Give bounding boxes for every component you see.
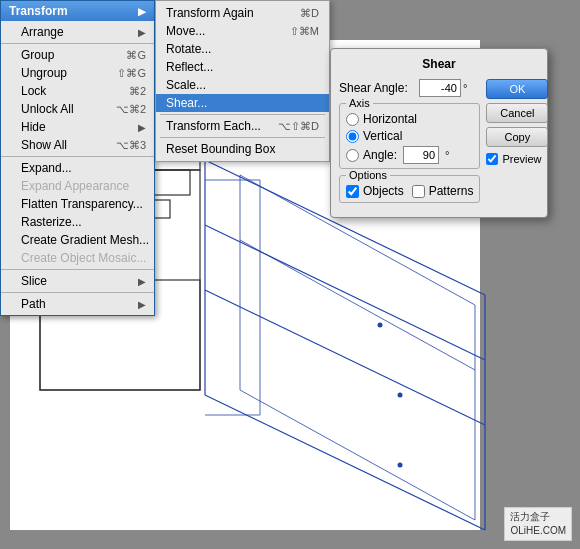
dialog-buttons: OK Cancel Copy Preview [486,79,548,209]
patterns-row: Patterns [412,184,474,198]
transform-menu-title: Transform [9,4,68,18]
slice-submenu-arrow: ▶ [138,276,146,287]
menu-item-arrange[interactable]: Arrange ▶ [1,23,154,41]
objects-checkbox[interactable] [346,185,359,198]
submenu-divider-1 [160,114,325,115]
transform-menu[interactable]: Transform ▶ Arrange ▶ Group ⌘G Ungroup ⇧… [0,0,155,316]
submenu-item-shear[interactable]: Shear... [156,94,329,112]
submenu-transform-again-label: Transform Again [166,6,254,20]
axis-horizontal-label: Horizontal [363,112,417,126]
axis-vertical-radio[interactable] [346,130,359,143]
menu-item-slice-label: Slice [21,274,47,288]
menu-item-flatten[interactable]: Flatten Transparency... [1,195,154,213]
menu-item-ungroup-label: Ungroup [21,66,67,80]
menu-item-unlock-all[interactable]: Unlock All ⌥⌘2 [1,100,154,118]
submenu-divider-2 [160,137,325,138]
menu-item-expand-appearance-label: Expand Appearance [21,179,129,193]
svg-line-7 [205,225,485,360]
submenu-reset-bounding-label: Reset Bounding Box [166,142,275,156]
menu-item-show-all[interactable]: Show All ⌥⌘3 [1,136,154,154]
preview-row: Preview [486,153,548,165]
menu-item-expand-label: Expand... [21,161,72,175]
patterns-checkbox[interactable] [412,185,425,198]
menu-item-flatten-label: Flatten Transparency... [21,197,143,211]
submenu-transform-each-shortcut: ⌥⇧⌘D [278,120,319,133]
axis-legend: Axis [346,97,373,109]
submenu-reflect-label: Reflect... [166,60,213,74]
svg-point-15 [378,323,383,328]
patterns-label: Patterns [429,184,474,198]
menu-item-expand[interactable]: Expand... [1,159,154,177]
shear-angle-label: Shear Angle: [339,81,419,95]
submenu-item-transform-again[interactable]: Transform Again ⌘D [156,4,329,22]
menu-divider-2 [1,156,154,157]
axis-angle-row: Angle: ° [346,146,473,164]
submenu-item-reflect[interactable]: Reflect... [156,58,329,76]
ok-button[interactable]: OK [486,79,548,99]
submenu-move-label: Move... [166,24,205,38]
preview-checkbox[interactable] [486,153,498,165]
menu-item-arrange-label: Arrange [21,25,64,39]
menu-item-lock-label: Lock [21,84,46,98]
svg-point-17 [398,463,403,468]
submenu-item-scale[interactable]: Scale... [156,76,329,94]
submenu-rotate-label: Rotate... [166,42,211,56]
axis-horizontal-radio[interactable] [346,113,359,126]
axis-section: Axis Horizontal Vertical Angle: [339,103,480,169]
menu-divider-1 [1,43,154,44]
axis-angle-radio[interactable] [346,149,359,162]
menu-item-gradient-mesh[interactable]: Create Gradient Mesh... [1,231,154,249]
menu-item-path-label: Path [21,297,46,311]
watermark-line1: 活力盒子 [510,510,566,524]
transform-submenu: Transform Again ⌘D Move... ⇧⌘M Rotate...… [155,0,330,162]
watermark: 活力盒子 OLiHE.COM [504,507,572,541]
submenu-item-move[interactable]: Move... ⇧⌘M [156,22,329,40]
menu-item-ungroup-shortcut: ⇧⌘G [117,67,146,80]
menu-item-hide[interactable]: Hide ▶ [1,118,154,136]
cancel-button[interactable]: Cancel [486,103,548,123]
menu-item-show-all-label: Show All [21,138,67,152]
axis-angle-unit: ° [445,149,449,161]
shear-dialog: Shear Shear Angle: ° Axis Horizontal [330,48,548,218]
menu-item-rasterize-label: Rasterize... [21,215,82,229]
submenu-item-reset-bounding[interactable]: Reset Bounding Box [156,140,329,158]
menu-item-group-shortcut: ⌘G [126,49,146,62]
submenu-transform-each-label: Transform Each... [166,119,261,133]
arrange-submenu-arrow: ▶ [138,27,146,38]
menu-item-unlock-all-label: Unlock All [21,102,74,116]
menu-item-object-mosaic[interactable]: Create Object Mosaic... [1,249,154,267]
transform-menu-header[interactable]: Transform ▶ [1,1,154,21]
submenu-item-rotate[interactable]: Rotate... [156,40,329,58]
svg-line-19 [240,240,475,370]
menu-item-path[interactable]: Path ▶ [1,295,154,313]
axis-vertical-row: Vertical [346,129,473,143]
submenu-shear-label: Shear... [166,96,207,110]
shear-angle-unit: ° [463,82,467,94]
objects-row: Objects [346,184,404,198]
axis-angle-label: Angle: [363,148,397,162]
svg-line-20 [240,390,475,520]
shear-angle-input[interactable] [419,79,461,97]
menu-item-gradient-mesh-label: Create Gradient Mesh... [21,233,149,247]
menu-item-rasterize[interactable]: Rasterize... [1,213,154,231]
submenu-scale-label: Scale... [166,78,206,92]
menu-item-slice[interactable]: Slice ▶ [1,272,154,290]
copy-button[interactable]: Copy [486,127,548,147]
menu-item-expand-appearance[interactable]: Expand Appearance [1,177,154,195]
menu-item-unlock-all-shortcut: ⌥⌘2 [116,103,146,116]
options-legend: Options [346,169,390,181]
axis-vertical-label: Vertical [363,129,402,143]
objects-label: Objects [363,184,404,198]
menu-item-group-label: Group [21,48,54,62]
menu-item-ungroup[interactable]: Ungroup ⇧⌘G [1,64,154,82]
menu-divider-3 [1,269,154,270]
menu-item-group[interactable]: Group ⌘G [1,46,154,64]
canvas-background: Transform ▶ Arrange ▶ Group ⌘G Ungroup ⇧… [0,0,580,549]
transform-arrow-icon: ▶ [138,6,146,17]
submenu-item-transform-each[interactable]: Transform Each... ⌥⇧⌘D [156,117,329,135]
axis-angle-input[interactable] [403,146,439,164]
menu-item-lock-shortcut: ⌘2 [129,85,146,98]
menu-item-hide-label: Hide [21,120,46,134]
menu-item-lock[interactable]: Lock ⌘2 [1,82,154,100]
svg-point-16 [398,393,403,398]
